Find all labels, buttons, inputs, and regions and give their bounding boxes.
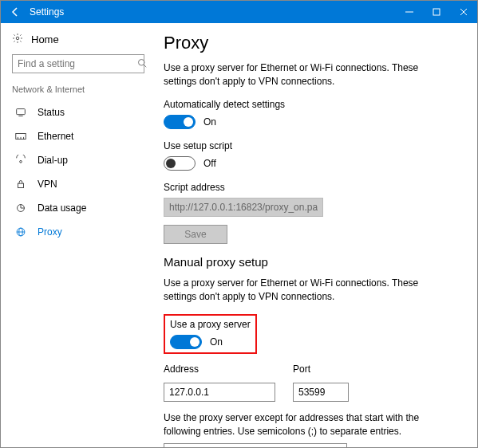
datausage-icon <box>14 202 28 214</box>
ethernet-icon <box>14 131 28 142</box>
sidebar-item-status[interactable]: Status <box>12 100 144 124</box>
sidebar-item-label: Dial-up <box>38 155 68 166</box>
sidebar-item-label: Ethernet <box>38 131 73 142</box>
exceptions-label: Use the proxy server except for addresse… <box>164 411 451 439</box>
svg-rect-5 <box>17 109 26 115</box>
use-proxy-label: Use a proxy server <box>170 319 251 330</box>
exceptions-input[interactable] <box>164 443 347 447</box>
address-label: Address <box>164 364 275 375</box>
auto-detect-label: Automatically detect settings <box>164 99 463 110</box>
use-proxy-toggle[interactable] <box>170 335 202 349</box>
vpn-icon <box>14 179 28 190</box>
search-icon <box>137 58 147 70</box>
sidebar-item-datausage[interactable]: Data usage <box>12 196 144 220</box>
svg-line-4 <box>144 65 146 67</box>
window-title: Settings <box>30 6 402 18</box>
auto-detect-toggle[interactable] <box>164 115 196 129</box>
script-address-label: Script address <box>164 182 463 193</box>
close-button[interactable] <box>456 5 471 19</box>
sidebar-item-label: Proxy <box>38 226 62 238</box>
setup-script-state: Off <box>203 158 216 169</box>
sidebar-item-vpn[interactable]: VPN <box>12 172 144 196</box>
main-panel: Proxy Use a proxy server for Ethernet or… <box>152 23 477 447</box>
svg-rect-1 <box>433 9 440 15</box>
use-proxy-state: On <box>210 336 223 348</box>
search-box[interactable] <box>12 54 144 73</box>
svg-point-3 <box>139 59 145 65</box>
save-script-button: Save <box>164 225 227 244</box>
status-icon <box>14 107 28 118</box>
page-title: Proxy <box>164 33 463 53</box>
auto-desc: Use a proxy server for Ethernet or Wi-Fi… <box>164 61 451 89</box>
manual-desc: Use a proxy server for Ethernet or Wi-Fi… <box>164 277 451 305</box>
gear-icon <box>12 33 23 46</box>
minimize-button[interactable] <box>402 5 417 19</box>
sidebar-item-label: Status <box>38 107 65 118</box>
dialup-icon <box>14 155 28 166</box>
address-input[interactable] <box>164 383 275 402</box>
titlebar: Settings <box>1 1 477 23</box>
nav-group-label: Network & Internet <box>12 84 144 94</box>
script-address-input <box>164 198 323 217</box>
sidebar-item-proxy[interactable]: Proxy <box>12 220 144 244</box>
svg-rect-12 <box>18 183 23 187</box>
svg-point-11 <box>20 160 22 163</box>
port-label: Port <box>293 364 349 375</box>
setup-script-label: Use setup script <box>164 140 463 151</box>
manual-heading: Manual proxy setup <box>164 255 463 269</box>
sidebar-item-ethernet[interactable]: Ethernet <box>12 124 144 148</box>
sidebar-item-dialup[interactable]: Dial-up <box>12 148 144 172</box>
auto-detect-state: On <box>203 116 216 128</box>
proxy-icon <box>14 226 28 238</box>
port-input[interactable] <box>293 383 349 402</box>
back-button[interactable] <box>7 4 23 20</box>
maximize-button[interactable] <box>429 5 444 19</box>
sidebar-item-label: Data usage <box>38 202 86 214</box>
sidebar: Home Network & Internet Status Ethernet … <box>1 23 152 447</box>
setup-script-toggle[interactable] <box>164 156 196 171</box>
home-link[interactable]: Home <box>12 33 144 46</box>
sidebar-item-label: VPN <box>38 179 57 190</box>
search-input[interactable] <box>18 58 137 69</box>
svg-point-2 <box>16 37 19 40</box>
home-label: Home <box>31 33 59 45</box>
